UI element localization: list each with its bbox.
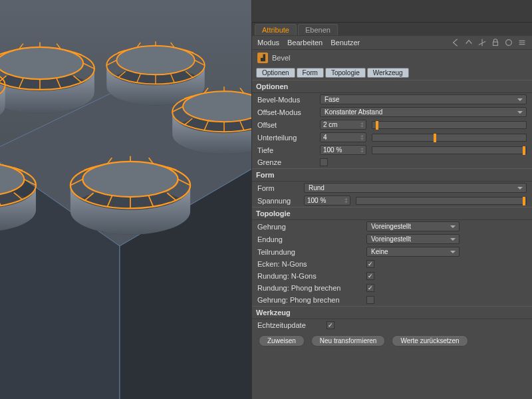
slider-offset[interactable] xyxy=(372,121,527,129)
label-form: Form xyxy=(257,184,301,192)
label-endung: Endung xyxy=(257,235,364,243)
button-werte-zuruecksetzen[interactable]: Werte zurücksetzen xyxy=(392,335,467,346)
dropdown-endung[interactable]: Voreingestellt xyxy=(366,234,460,244)
field-offset[interactable]: 2 cm xyxy=(320,120,366,130)
dropdown-form[interactable]: Rund xyxy=(304,183,527,193)
menu-bearbeiten[interactable]: Bearbeiten xyxy=(287,39,323,47)
dropdown-bevel-modus[interactable]: Fase xyxy=(320,94,527,104)
attribute-manager: Attribute Ebenen Modus Bearbeiten Benutz… xyxy=(251,0,532,399)
label-teilrundung: Teilrundung xyxy=(257,248,364,256)
label-grenze: Grenze xyxy=(257,158,317,166)
section-werkzeug: Werkzeug xyxy=(252,306,532,319)
label-ecken-ngons: Ecken: N-Gons xyxy=(257,260,364,268)
field-unterteilung[interactable]: 4 xyxy=(320,132,366,142)
checkbox-rundung-ngons[interactable]: ✓ xyxy=(366,272,374,280)
label-rundung-phong: Rundung: Phong brechen xyxy=(257,284,364,292)
bevel-tool-icon: ▟ xyxy=(257,53,268,63)
panel-header-gap xyxy=(252,0,532,23)
attribute-menubar: Modus Bearbeiten Benutzer xyxy=(252,36,532,50)
menu-icon[interactable] xyxy=(517,38,527,47)
subtab-optionen[interactable]: Optionen xyxy=(256,68,295,78)
panel-tabs: Attribute Ebenen xyxy=(252,23,532,36)
slider-tiefe[interactable] xyxy=(372,146,527,154)
lock-icon[interactable] xyxy=(491,38,500,47)
label-unterteilung: Unterteilung xyxy=(257,134,317,142)
section-form: Form xyxy=(252,168,532,182)
label-tiefe: Tiefe xyxy=(257,146,317,154)
target-icon[interactable] xyxy=(504,38,513,47)
dropdown-teilrundung[interactable]: Keine xyxy=(366,247,460,257)
menu-benutzer[interactable]: Benutzer xyxy=(331,39,360,47)
tool-header: ▟ Bevel xyxy=(252,50,532,66)
label-gehrung: Gehrung xyxy=(257,223,364,231)
label-echtzeit: Echtzeitupdate xyxy=(257,321,324,329)
label-bevel-modus: Bevel-Modus xyxy=(257,96,317,104)
field-spannung[interactable]: 100 % xyxy=(304,196,350,205)
label-offset: Offset xyxy=(257,121,317,129)
menu-modus[interactable]: Modus xyxy=(257,39,279,47)
dropdown-offset-modus[interactable]: Konstanter Abstand xyxy=(320,107,527,117)
slider-spannung[interactable] xyxy=(356,197,527,205)
tab-attribute[interactable]: Attribute xyxy=(255,24,297,35)
checkbox-gehrung-phong[interactable] xyxy=(366,296,374,304)
svg-point-2 xyxy=(0,47,83,79)
checkbox-echtzeit[interactable]: ✓ xyxy=(327,321,334,329)
3d-viewport[interactable] xyxy=(0,0,251,399)
subtab-topologie[interactable]: Topologie xyxy=(325,68,366,78)
section-optionen: Optionen xyxy=(252,80,532,93)
label-offset-modus: Offset-Modus xyxy=(257,108,317,116)
checkbox-grenze[interactable] xyxy=(320,158,328,166)
checkbox-ecken-ngons[interactable]: ✓ xyxy=(366,260,374,268)
field-tiefe[interactable]: 100 % xyxy=(320,145,366,155)
nav-back-icon[interactable] xyxy=(451,38,460,47)
svg-point-16 xyxy=(506,40,512,46)
label-gehrung-phong: Gehrung: Phong brechen xyxy=(257,296,364,304)
button-zuweisen[interactable]: Zuweisen xyxy=(259,335,305,346)
tab-ebenen[interactable]: Ebenen xyxy=(298,24,338,35)
nav-up-icon[interactable] xyxy=(464,38,473,47)
axis-icon[interactable] xyxy=(477,38,487,47)
subtab-werkzeug[interactable]: Werkzeug xyxy=(367,68,409,78)
label-spannung: Spannung xyxy=(257,197,301,205)
subtab-form[interactable]: Form xyxy=(297,68,324,78)
slider-unterteilung[interactable] xyxy=(372,134,527,142)
attribute-subtabs: Optionen Form Topologie Werkzeug xyxy=(252,66,532,80)
dropdown-gehrung[interactable]: Voreingestellt xyxy=(366,221,460,231)
button-neu-transformieren[interactable]: Neu transformieren xyxy=(311,335,386,346)
section-topologie: Topologie xyxy=(252,207,532,220)
label-rundung-ngons: Rundung: N-Gons xyxy=(257,272,364,280)
tool-name: Bevel xyxy=(272,54,291,62)
checkbox-rundung-phong[interactable]: ✓ xyxy=(366,284,374,292)
svg-rect-15 xyxy=(493,42,498,45)
